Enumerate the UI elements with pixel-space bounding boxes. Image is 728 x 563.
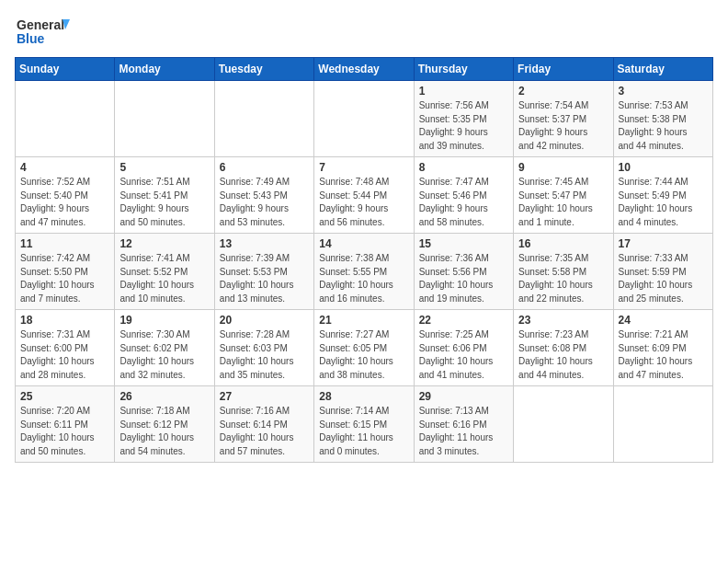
svg-text:General: General xyxy=(17,17,64,32)
weekday-header-saturday: Saturday xyxy=(613,58,712,81)
day-number: 15 xyxy=(419,237,508,250)
calendar-cell: 5Sunrise: 7:51 AMSunset: 5:41 PMDaylight… xyxy=(115,157,214,234)
day-number: 5 xyxy=(119,161,209,174)
calendar-cell xyxy=(314,81,414,157)
day-info: Sunrise: 7:28 AMSunset: 6:03 PMDaylight:… xyxy=(220,328,309,382)
weekday-header-tuesday: Tuesday xyxy=(214,58,313,81)
day-number: 2 xyxy=(518,85,608,98)
calendar-cell: 22Sunrise: 7:25 AMSunset: 6:06 PMDayligh… xyxy=(414,310,513,386)
calendar-cell: 1Sunrise: 7:56 AMSunset: 5:35 PMDaylight… xyxy=(414,81,513,157)
calendar-cell: 13Sunrise: 7:39 AMSunset: 5:53 PMDayligh… xyxy=(214,234,313,310)
day-number: 9 xyxy=(518,161,608,174)
day-number: 13 xyxy=(220,237,309,250)
day-info: Sunrise: 7:41 AMSunset: 5:52 PMDaylight:… xyxy=(119,252,209,305)
day-info: Sunrise: 7:49 AMSunset: 5:43 PMDaylight:… xyxy=(220,176,309,229)
day-info: Sunrise: 7:45 AMSunset: 5:47 PMDaylight:… xyxy=(518,176,608,229)
logo-svg: General Blue xyxy=(15,15,70,48)
day-info: Sunrise: 7:30 AMSunset: 6:02 PMDaylight:… xyxy=(119,328,209,382)
calendar-cell: 29Sunrise: 7:13 AMSunset: 6:16 PMDayligh… xyxy=(414,386,513,463)
day-number: 28 xyxy=(319,390,408,403)
day-number: 18 xyxy=(20,314,109,327)
logo: General Blue xyxy=(15,15,70,48)
day-number: 24 xyxy=(619,314,708,327)
day-number: 4 xyxy=(20,161,109,174)
day-info: Sunrise: 7:14 AMSunset: 6:15 PMDaylight:… xyxy=(319,405,408,458)
calendar-cell: 26Sunrise: 7:18 AMSunset: 6:12 PMDayligh… xyxy=(115,386,214,463)
day-info: Sunrise: 7:39 AMSunset: 5:53 PMDaylight:… xyxy=(220,252,309,305)
calendar-cell: 19Sunrise: 7:30 AMSunset: 6:02 PMDayligh… xyxy=(115,310,214,386)
day-info: Sunrise: 7:20 AMSunset: 6:11 PMDaylight:… xyxy=(20,405,109,458)
day-info: Sunrise: 7:51 AMSunset: 5:41 PMDaylight:… xyxy=(119,176,209,229)
weekday-header-monday: Monday xyxy=(115,58,214,81)
day-info: Sunrise: 7:16 AMSunset: 6:14 PMDaylight:… xyxy=(220,405,309,458)
day-info: Sunrise: 7:42 AMSunset: 5:50 PMDaylight:… xyxy=(20,252,109,305)
day-number: 16 xyxy=(518,237,608,250)
day-number: 1 xyxy=(419,85,508,98)
calendar-cell: 8Sunrise: 7:47 AMSunset: 5:46 PMDaylight… xyxy=(414,157,513,234)
day-info: Sunrise: 7:53 AMSunset: 5:38 PMDaylight:… xyxy=(619,99,708,153)
day-number: 8 xyxy=(419,161,508,174)
calendar-cell: 27Sunrise: 7:16 AMSunset: 6:14 PMDayligh… xyxy=(214,386,313,463)
calendar-cell: 2Sunrise: 7:54 AMSunset: 5:37 PMDaylight… xyxy=(514,81,613,157)
calendar-cell: 24Sunrise: 7:21 AMSunset: 6:09 PMDayligh… xyxy=(613,310,712,386)
day-number: 7 xyxy=(319,161,408,174)
calendar-cell: 23Sunrise: 7:23 AMSunset: 6:08 PMDayligh… xyxy=(514,310,613,386)
day-info: Sunrise: 7:31 AMSunset: 6:00 PMDaylight:… xyxy=(20,328,109,382)
day-number: 26 xyxy=(119,390,209,403)
weekday-header-thursday: Thursday xyxy=(414,58,513,81)
calendar-cell: 10Sunrise: 7:44 AMSunset: 5:49 PMDayligh… xyxy=(613,157,712,234)
calendar-cell: 14Sunrise: 7:38 AMSunset: 5:55 PMDayligh… xyxy=(314,234,414,310)
weekday-header-friday: Friday xyxy=(514,58,613,81)
calendar-body: 1Sunrise: 7:56 AMSunset: 5:35 PMDaylight… xyxy=(16,81,713,463)
calendar-table: SundayMondayTuesdayWednesdayThursdayFrid… xyxy=(15,57,713,463)
calendar-cell: 21Sunrise: 7:27 AMSunset: 6:05 PMDayligh… xyxy=(314,310,414,386)
day-number: 25 xyxy=(20,390,109,403)
weekday-header-wednesday: Wednesday xyxy=(314,58,414,81)
day-number: 17 xyxy=(619,237,708,250)
week-row-5: 25Sunrise: 7:20 AMSunset: 6:11 PMDayligh… xyxy=(16,386,713,463)
day-info: Sunrise: 7:47 AMSunset: 5:46 PMDaylight:… xyxy=(419,176,508,229)
week-row-3: 11Sunrise: 7:42 AMSunset: 5:50 PMDayligh… xyxy=(16,234,713,310)
day-info: Sunrise: 7:36 AMSunset: 5:56 PMDaylight:… xyxy=(419,252,508,305)
day-number: 3 xyxy=(619,85,708,98)
day-info: Sunrise: 7:21 AMSunset: 6:09 PMDaylight:… xyxy=(619,328,708,382)
day-info: Sunrise: 7:38 AMSunset: 5:55 PMDaylight:… xyxy=(319,252,408,305)
day-info: Sunrise: 7:52 AMSunset: 5:40 PMDaylight:… xyxy=(20,176,109,229)
calendar-cell: 9Sunrise: 7:45 AMSunset: 5:47 PMDaylight… xyxy=(514,157,613,234)
day-number: 29 xyxy=(419,390,508,403)
day-number: 11 xyxy=(20,237,109,250)
day-number: 23 xyxy=(518,314,608,327)
calendar-cell: 18Sunrise: 7:31 AMSunset: 6:00 PMDayligh… xyxy=(16,310,115,386)
weekday-header-sunday: Sunday xyxy=(16,58,115,81)
calendar-cell: 6Sunrise: 7:49 AMSunset: 5:43 PMDaylight… xyxy=(214,157,313,234)
day-info: Sunrise: 7:35 AMSunset: 5:58 PMDaylight:… xyxy=(518,252,608,305)
day-info: Sunrise: 7:27 AMSunset: 6:05 PMDaylight:… xyxy=(319,328,408,382)
day-number: 27 xyxy=(220,390,309,403)
day-info: Sunrise: 7:44 AMSunset: 5:49 PMDaylight:… xyxy=(619,176,708,229)
calendar-cell: 12Sunrise: 7:41 AMSunset: 5:52 PMDayligh… xyxy=(115,234,214,310)
day-info: Sunrise: 7:48 AMSunset: 5:44 PMDaylight:… xyxy=(319,176,408,229)
day-info: Sunrise: 7:25 AMSunset: 6:06 PMDaylight:… xyxy=(419,328,508,382)
day-info: Sunrise: 7:18 AMSunset: 6:12 PMDaylight:… xyxy=(119,405,209,458)
week-row-2: 4Sunrise: 7:52 AMSunset: 5:40 PMDaylight… xyxy=(16,157,713,234)
calendar-cell: 7Sunrise: 7:48 AMSunset: 5:44 PMDaylight… xyxy=(314,157,414,234)
weekday-row: SundayMondayTuesdayWednesdayThursdayFrid… xyxy=(16,58,713,81)
calendar-cell: 3Sunrise: 7:53 AMSunset: 5:38 PMDaylight… xyxy=(613,81,712,157)
calendar-cell xyxy=(613,386,712,463)
calendar-cell xyxy=(514,386,613,463)
calendar-cell xyxy=(16,81,115,157)
day-number: 6 xyxy=(220,161,309,174)
day-number: 10 xyxy=(619,161,708,174)
week-row-1: 1Sunrise: 7:56 AMSunset: 5:35 PMDaylight… xyxy=(16,81,713,157)
calendar-cell: 16Sunrise: 7:35 AMSunset: 5:58 PMDayligh… xyxy=(514,234,613,310)
calendar-cell: 28Sunrise: 7:14 AMSunset: 6:15 PMDayligh… xyxy=(314,386,414,463)
day-info: Sunrise: 7:23 AMSunset: 6:08 PMDaylight:… xyxy=(518,328,608,382)
day-info: Sunrise: 7:54 AMSunset: 5:37 PMDaylight:… xyxy=(518,99,608,153)
day-number: 20 xyxy=(220,314,309,327)
page-header: General Blue xyxy=(15,15,713,48)
day-number: 12 xyxy=(119,237,209,250)
calendar-cell: 25Sunrise: 7:20 AMSunset: 6:11 PMDayligh… xyxy=(16,386,115,463)
day-number: 14 xyxy=(319,237,408,250)
calendar-cell: 15Sunrise: 7:36 AMSunset: 5:56 PMDayligh… xyxy=(414,234,513,310)
calendar-cell xyxy=(115,81,214,157)
